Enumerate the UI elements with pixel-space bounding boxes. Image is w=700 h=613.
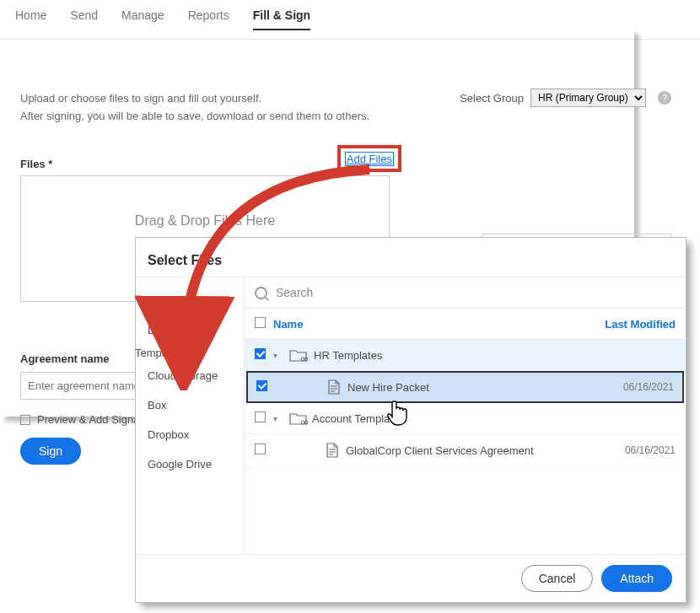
side-templates-highlight: Templates bbox=[135, 347, 244, 359]
row-new-hire-packet-modified: 06/16/2021 bbox=[623, 381, 674, 393]
search-row[interactable]: Search bbox=[245, 277, 686, 309]
search-icon bbox=[255, 287, 267, 299]
nav-tab-manage[interactable]: Manage bbox=[121, 8, 164, 30]
side-dropbox[interactable]: Dropbox bbox=[136, 420, 244, 449]
attach-button[interactable]: Attach bbox=[601, 565, 672, 592]
side-google-drive[interactable]: Google Drive bbox=[136, 449, 244, 479]
folder-shared-icon bbox=[285, 348, 312, 362]
modal-sidebar: My Computer Library Templates Cloud Stor… bbox=[136, 277, 244, 554]
cancel-button[interactable]: Cancel bbox=[521, 565, 594, 592]
nav-tab-send[interactable]: Send bbox=[70, 8, 98, 30]
row-hr-templates-checkbox[interactable] bbox=[255, 348, 266, 359]
folder-shared-icon bbox=[285, 411, 312, 425]
modal-title: Select Files bbox=[136, 238, 686, 277]
document-icon bbox=[319, 443, 346, 458]
help-icon[interactable]: ? bbox=[658, 91, 671, 105]
intro-line-2: After signing, you will be able to save,… bbox=[20, 108, 680, 125]
add-files-highlight: Add Files bbox=[337, 145, 401, 172]
header-modified[interactable]: Last Modified bbox=[605, 318, 676, 331]
side-templates[interactable]: Templates bbox=[135, 347, 244, 359]
row-account-templates-name: Account Templates bbox=[312, 412, 676, 425]
side-cloud-storage[interactable]: Cloud Storage bbox=[136, 361, 244, 390]
row-new-hire-packet[interactable]: New Hire Packet 06/16/2021 bbox=[246, 371, 684, 403]
modal-footer: Cancel Attach bbox=[136, 554, 686, 602]
search-placeholder: Search bbox=[276, 286, 313, 299]
table-header: Name Last Modified bbox=[245, 309, 686, 340]
select-group-row: Select Group HR (Primary Group) ? bbox=[460, 89, 671, 107]
sign-button[interactable]: Sign bbox=[20, 438, 81, 465]
caret-icon[interactable]: ▾ bbox=[273, 414, 285, 423]
document-icon bbox=[320, 379, 347, 395]
row-hr-templates[interactable]: ▾ HR Templates bbox=[245, 340, 686, 371]
row-hr-templates-name: HR Templates bbox=[312, 349, 676, 362]
side-my-computer[interactable]: My Computer bbox=[136, 286, 244, 315]
row-new-hire-packet-checkbox[interactable] bbox=[256, 380, 267, 391]
row-account-templates[interactable]: ▾ Account Templates bbox=[245, 403, 686, 434]
select-files-modal: Select Files My Computer Library Templat… bbox=[136, 238, 686, 602]
caret-icon[interactable]: ▾ bbox=[273, 351, 285, 360]
header-checkbox[interactable] bbox=[255, 317, 266, 328]
row-new-hire-packet-name: New Hire Packet bbox=[347, 381, 623, 394]
nav-tab-home[interactable]: Home bbox=[15, 8, 46, 30]
side-box[interactable]: Box bbox=[136, 390, 244, 420]
row-account-templates-checkbox[interactable] bbox=[255, 411, 266, 422]
preview-signatures-checkbox[interactable] bbox=[20, 415, 30, 425]
select-group-dropdown[interactable]: HR (Primary Group) bbox=[530, 89, 646, 107]
row-globalcorp[interactable]: GlobalCorp Client Services Agreement 06/… bbox=[245, 434, 686, 467]
nav-tab-reports[interactable]: Reports bbox=[188, 8, 229, 30]
svg-point-0 bbox=[301, 358, 304, 361]
select-group-label: Select Group bbox=[460, 92, 524, 105]
svg-point-2 bbox=[301, 421, 304, 424]
dropzone-text: Drag & Drop Files Here bbox=[135, 213, 275, 229]
row-globalcorp-name: GlobalCorp Client Services Agreement bbox=[346, 444, 625, 457]
header-name[interactable]: Name bbox=[273, 318, 605, 331]
row-globalcorp-modified: 06/16/2021 bbox=[625, 444, 676, 456]
row-globalcorp-checkbox[interactable] bbox=[255, 444, 266, 454]
modal-main: Search Name Last Modified ▾ HR Templates bbox=[244, 277, 686, 554]
nav-tab-fill-sign[interactable]: Fill & Sign bbox=[253, 8, 310, 30]
top-nav: Home Send Manage Reports Fill & Sign bbox=[0, 0, 700, 40]
preview-signatures-label: Preview & Add Signa bbox=[37, 413, 139, 426]
side-library[interactable]: Library bbox=[136, 315, 244, 345]
add-files-link[interactable]: Add Files bbox=[345, 152, 394, 166]
